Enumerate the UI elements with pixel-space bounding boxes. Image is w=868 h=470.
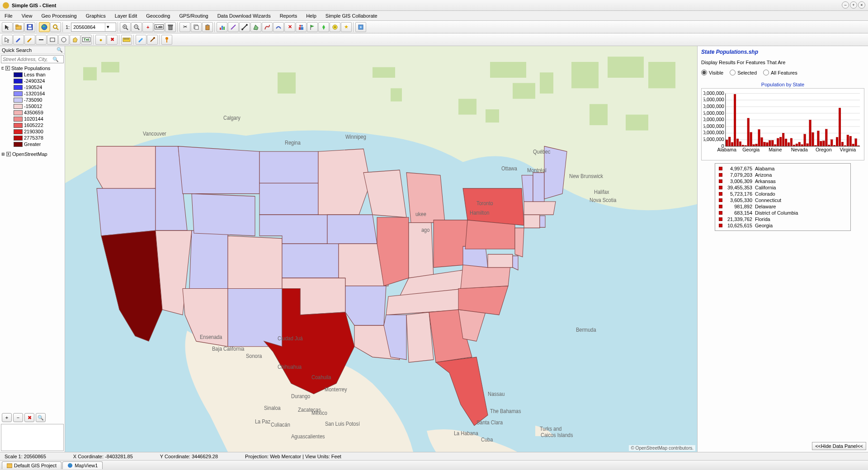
state-WV[interactable] [463,246,488,268]
state-NM[interactable] [228,288,282,346]
star-icon[interactable]: ★ [341,22,352,32]
quick-search-input[interactable] [1,56,51,63]
add-point-icon[interactable]: ● [95,35,106,45]
menu-layer-edit[interactable]: Layer Edit [110,12,142,20]
legend-item[interactable]: Greater [1,141,64,147]
menu-geo-processing[interactable]: Geo Processing [37,12,81,20]
marker-green-icon[interactable] [318,22,329,32]
legend-item[interactable]: 1020144 [1,116,64,122]
edit-tool-icon[interactable] [13,35,24,45]
state-CO[interactable] [228,236,282,289]
export-icon[interactable] [355,22,366,32]
state-NJ[interactable] [515,228,524,257]
state-IA[interactable] [327,215,377,244]
legend-item[interactable]: -735090 [1,97,64,103]
layer-toggle-icon[interactable]: ⊞ [1,152,5,156]
legend-item[interactable]: -1320164 [1,90,64,97]
population-chart[interactable]: 05,000,00010,000,00015,000,00020,000,000… [703,90,862,158]
menu-geocoding[interactable]: Geocoding [142,12,175,20]
legend-item[interactable]: 4350659 [1,109,64,116]
scale-input[interactable]: ▾ [71,23,116,32]
legend-item[interactable]: -190524 [1,84,64,90]
search-go-icon[interactable]: 🔍 [51,56,60,62]
state-PA[interactable] [465,220,515,249]
minimize-button[interactable]: – [842,1,849,9]
radio-visible[interactable]: Visible [701,70,723,75]
paste-icon[interactable] [202,22,213,32]
scale-value[interactable] [73,24,105,30]
radio-all-features[interactable]: All Features [763,70,797,75]
state-RI[interactable] [540,216,545,228]
state-OH[interactable] [434,220,467,268]
clear-layer-button[interactable]: ✖ [24,413,34,422]
state-ND[interactable] [259,151,318,183]
scale-dropdown-icon[interactable]: ▾ [105,23,110,31]
state-AR[interactable] [345,286,386,325]
legend-item[interactable]: 2775378 [1,135,64,141]
state-NH[interactable] [533,173,544,202]
location-icon[interactable] [330,22,340,32]
legend-item[interactable]: Less than [1,71,64,78]
legend-item[interactable]: -2490324 [1,78,64,84]
close-button[interactable]: × [858,1,865,9]
state-AL[interactable] [406,312,434,362]
tape-icon[interactable] [121,35,132,45]
eyedropper-icon[interactable] [147,35,158,45]
legend-item[interactable]: 2190300 [1,128,64,135]
remove-layer-button[interactable]: − [13,413,23,422]
maximize-button[interactable]: + [850,1,857,9]
zoom-layer-button[interactable]: 🔍 [36,413,46,422]
layer-toggle-icon[interactable]: E [1,66,4,70]
state-OR[interactable] [97,188,156,236]
state-WY[interactable] [192,194,255,236]
rect-draw-icon[interactable] [47,35,58,45]
state-NC[interactable] [458,286,508,315]
crosshair-add-icon[interactable]: + [142,22,153,32]
pointer-tool-icon[interactable] [2,22,13,32]
menu-help[interactable]: Help [302,12,321,20]
people-icon[interactable] [296,22,307,32]
state-SD[interactable] [259,183,318,215]
add-layer-button[interactable]: + [2,413,12,422]
area-icon[interactable] [250,22,261,32]
pin-tool-icon[interactable] [161,35,172,45]
delete-icon[interactable] [165,22,176,32]
copy-icon[interactable] [191,22,202,32]
state-DE[interactable] [513,256,518,270]
menu-gps/routing[interactable]: GPS/Routing [175,12,212,20]
state-VT[interactable] [522,175,533,202]
state-CT[interactable] [524,215,540,228]
delete-red-icon[interactable]: ✖ [107,35,118,45]
highlight-tool-icon[interactable] [136,35,146,45]
globe-tool-icon[interactable] [39,22,50,32]
zoom-in-icon[interactable] [120,22,131,32]
base-layer-name[interactable]: OpenStreetMap [12,151,47,157]
state-WA[interactable] [97,146,156,194]
menu-view[interactable]: View [17,12,37,20]
label-tool-icon[interactable]: Lab [154,22,165,32]
map-canvas[interactable]: CalgaryReginaWinnipegVancouverOttawaMont… [65,46,697,452]
circle-draw-icon[interactable] [58,35,69,45]
overview-map[interactable] [1,424,64,451]
search-icon[interactable]: 🔍 [57,47,63,53]
tab-mapview[interactable]: MapView1 [62,461,103,469]
map-view[interactable]: CalgaryReginaWinnipegVancouverOttawaMont… [65,46,697,452]
layer-name[interactable]: State Populations [11,66,50,71]
curve-icon[interactable] [273,22,284,32]
line-draw-icon[interactable] [36,35,47,45]
open-icon[interactable] [13,22,24,32]
legend-item[interactable]: -150012 [1,103,64,109]
state-MA[interactable] [524,202,556,215]
state-MN[interactable] [318,149,370,215]
hide-data-panel-button[interactable]: <<Hide Data Panel<< [812,442,866,450]
save-icon[interactable] [24,22,35,32]
state-MT[interactable] [178,146,259,194]
route-icon[interactable] [262,22,273,32]
text-tool-icon[interactable]: Txt [81,35,92,45]
select-tool-icon[interactable] [2,35,13,45]
menu-file[interactable]: File [0,12,17,20]
chart-icon[interactable] [217,22,227,32]
polygon-draw-icon[interactable] [70,35,80,45]
flag-icon[interactable] [307,22,318,32]
tab-project[interactable]: Default GIS Project [2,461,61,469]
